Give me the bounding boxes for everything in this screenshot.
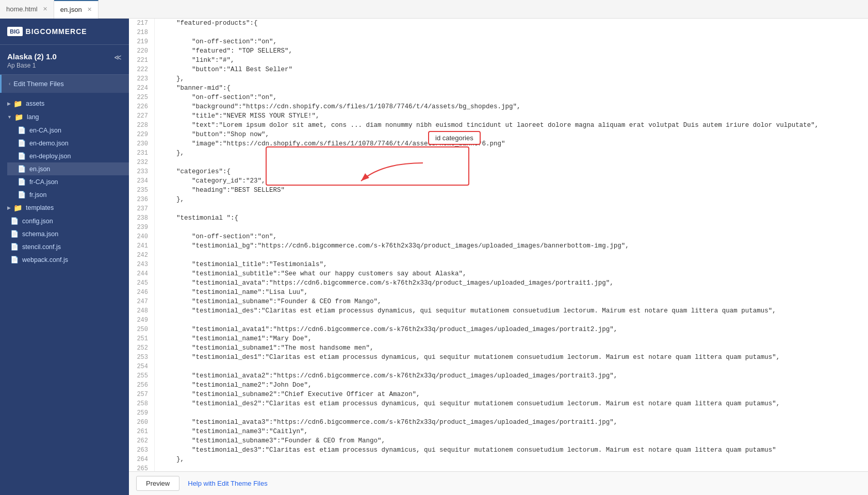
line-number: 252 xyxy=(129,343,155,353)
folder-templates[interactable]: ▶ 📁 templates xyxy=(0,201,129,214)
line-number: 248 xyxy=(129,306,155,316)
line-number: 259 xyxy=(129,408,155,418)
line-number: 232 xyxy=(129,158,155,167)
line-number: 255 xyxy=(129,371,155,381)
editor-area: id categories 217 "featured-products":{2… xyxy=(129,19,868,495)
line-content: "testimonial_des3":"Claritas est etiam p… xyxy=(161,446,868,455)
line-content: "testimonial_des":"Claritas est etiam pr… xyxy=(161,306,868,316)
file-fr-json[interactable]: 📄 fr.json xyxy=(7,188,129,201)
file-en-demo-json-icon: 📄 xyxy=(18,139,26,147)
code-line: 229 "button":"Shop now", xyxy=(129,130,868,139)
line-content: "banner-mid":{ xyxy=(161,84,868,93)
file-webpack-conf[interactable]: 📄 webpack.conf.js xyxy=(0,253,129,266)
code-line: 238 "testimonial ":{ xyxy=(129,213,868,223)
code-line: 249 xyxy=(129,316,868,325)
code-line: 256 "testimonial_name2":"John Doe", xyxy=(129,381,868,390)
file-en-ca-json-icon: 📄 xyxy=(18,126,26,134)
folder-assets-label: assets xyxy=(26,100,44,107)
sidebar-store-info: ≪ Alaska (2) 1.0 Ap Base 1 xyxy=(0,45,129,75)
line-content: }, xyxy=(161,195,868,204)
file-fr-ca-json[interactable]: 📄 fr-CA.json xyxy=(7,175,129,188)
line-number: 250 xyxy=(129,325,155,334)
help-link[interactable]: Help with Edit Theme Files xyxy=(188,480,267,487)
file-en-ca-json[interactable]: 📄 en-CA.json xyxy=(7,124,129,137)
code-line: 242 xyxy=(129,251,868,260)
line-content: "on-off-section":"on", xyxy=(161,93,868,102)
collapse-button[interactable]: ≪ xyxy=(114,53,122,61)
code-line: 255 "testimonial_avata2":"https://cdn6.b… xyxy=(129,371,868,381)
line-content: "testimonial_name":"Lisa Luu", xyxy=(161,288,868,297)
line-content: "button":"All Best Seller" xyxy=(161,65,868,74)
code-line: 234 "category_id":"23", xyxy=(129,176,868,186)
preview-button[interactable]: Preview xyxy=(136,476,179,491)
tab-home-html[interactable]: home.html ✕ xyxy=(0,0,54,19)
code-line: 245 "testimonial_avata":"https://cdn6.bi… xyxy=(129,278,868,288)
line-content: "testimonial_avata2":"https://cdn6.bigco… xyxy=(161,371,868,381)
file-config-json-label: config.json xyxy=(22,218,53,225)
line-content: }, xyxy=(161,148,868,158)
code-line: 220 "featured": "TOP SELLERS", xyxy=(129,46,868,56)
line-content: "featured": "TOP SELLERS", xyxy=(161,46,868,56)
line-number: 260 xyxy=(129,418,155,427)
tab-bar: home.html ✕ en.json ✕ xyxy=(0,0,868,19)
folder-lang[interactable]: ▼ 📁 lang xyxy=(0,110,129,124)
file-fr-ca-json-icon: 📄 xyxy=(18,178,26,186)
file-fr-json-icon: 📄 xyxy=(18,191,26,199)
folder-assets-arrow: ▶ xyxy=(7,101,11,106)
tab-home-html-close[interactable]: ✕ xyxy=(43,6,47,12)
code-line: 231 }, xyxy=(129,148,868,158)
code-line: 265 xyxy=(129,464,868,471)
store-name: Alaska (2) 1.0 xyxy=(7,52,122,61)
file-schema-json-icon: 📄 xyxy=(10,230,19,238)
line-number: 249 xyxy=(129,316,155,325)
code-line: 254 xyxy=(129,362,868,371)
line-content: "title":"NEVER MISS YOUR STYLE!", xyxy=(161,111,868,121)
line-number: 224 xyxy=(129,84,155,93)
line-number: 229 xyxy=(129,130,155,139)
line-number: 247 xyxy=(129,297,155,306)
annotation-box: id categories xyxy=(428,131,481,145)
file-stencil-conf[interactable]: 📄 stencil.conf.js xyxy=(0,240,129,253)
line-number: 236 xyxy=(129,195,155,204)
line-content: "image":"https://cdn.shopify.com/s/files… xyxy=(161,139,868,148)
code-line: 263 "testimonial_des3":"Claritas est eti… xyxy=(129,446,868,455)
folder-lang-arrow: ▼ xyxy=(7,114,12,120)
line-number: 241 xyxy=(129,241,155,251)
sidebar-nav-edit-theme[interactable]: ‹ Edit Theme Files xyxy=(0,75,129,93)
sidebar: BIG BIGCOMMERCE ≪ Alaska (2) 1.0 Ap Base… xyxy=(0,19,129,495)
line-content: "category_id":"23", xyxy=(161,176,868,186)
file-en-json[interactable]: 📄 en.json xyxy=(7,162,129,175)
line-number: 220 xyxy=(129,46,155,56)
nav-arrow-icon: ‹ xyxy=(9,81,10,87)
folder-lang-label: lang xyxy=(27,113,39,121)
file-en-json-icon: 📄 xyxy=(18,165,26,173)
folder-assets[interactable]: ▶ 📁 assets xyxy=(0,97,129,110)
line-content: "featured-products":{ xyxy=(161,19,868,28)
file-stencil-conf-label: stencil.conf.js xyxy=(22,243,61,251)
file-en-demo-json[interactable]: 📄 en-demo.json xyxy=(7,137,129,150)
line-content: "testimonial_avata1":"https://cdn6.bigco… xyxy=(161,325,868,334)
file-en-deploy-json[interactable]: 📄 en-deploy.json xyxy=(7,150,129,162)
tab-en-json-close[interactable]: ✕ xyxy=(87,6,92,13)
file-config-json[interactable]: 📄 config.json xyxy=(0,214,129,227)
line-number: 233 xyxy=(129,167,155,176)
folder-templates-arrow: ▶ xyxy=(7,205,11,210)
tab-en-json[interactable]: en.json ✕ xyxy=(54,0,99,19)
line-number: 217 xyxy=(129,19,155,28)
file-en-demo-json-label: en-demo.json xyxy=(29,140,69,147)
line-content: "testimonial_subname2":"Chief Executive … xyxy=(161,390,868,399)
tab-en-json-label: en.json xyxy=(60,6,82,13)
line-content: "testimonial_des2":"Claritas est etiam p… xyxy=(161,399,868,408)
code-line: 244 "testimonial_subtitle":"See what our… xyxy=(129,269,868,278)
code-line: 236 }, xyxy=(129,195,868,204)
sidebar-nav-edit-theme-label: Edit Theme Files xyxy=(13,80,63,88)
sidebar-logo: BIG BIGCOMMERCE xyxy=(0,19,129,45)
code-line: 240 "on-off-section":"on", xyxy=(129,232,868,241)
code-line: 239 xyxy=(129,223,868,232)
file-fr-json-label: fr.json xyxy=(29,191,46,199)
code-editor[interactable]: id categories 217 "featured-products":{2… xyxy=(129,19,868,471)
file-schema-json[interactable]: 📄 schema.json xyxy=(0,227,129,240)
code-line: 228 "text":"Lorem ipsum dolor sit amet, … xyxy=(129,121,868,130)
code-line: 221 "link":"#", xyxy=(129,56,868,65)
line-number: 261 xyxy=(129,427,155,436)
